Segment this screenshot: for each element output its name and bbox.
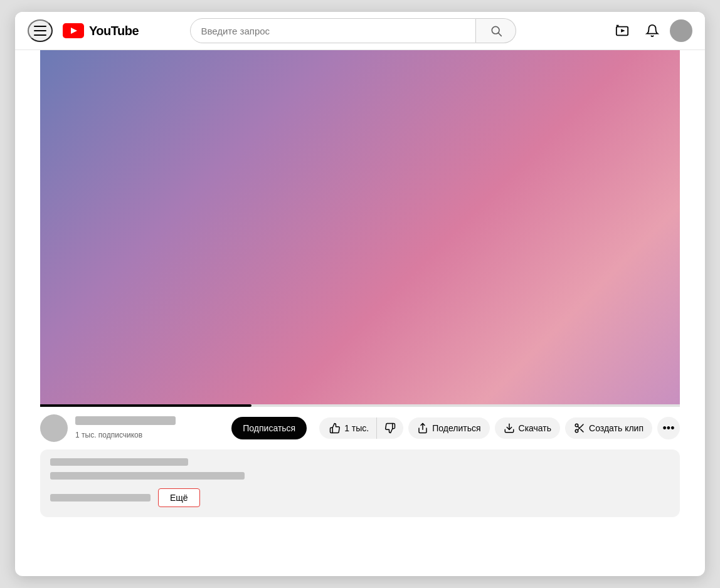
more-dots: •••: [663, 422, 675, 435]
like-count: 1 тыс.: [344, 423, 369, 433]
search-input-wrapper: [190, 18, 476, 43]
video-thumbnail: [40, 50, 680, 404]
channel-info: 1 тыс. подписчиков: [75, 416, 224, 440]
search-icon: [490, 24, 502, 37]
share-label: Поделиться: [432, 423, 480, 433]
bell-icon: [645, 24, 659, 38]
more-description-button[interactable]: Ещё: [158, 488, 200, 507]
more-button[interactable]: •••: [657, 417, 680, 439]
share-icon: [417, 423, 428, 434]
description-line-1: [50, 458, 188, 466]
youtube-header: YouTube: [15, 12, 705, 50]
clip-button[interactable]: Создать клип: [565, 417, 652, 439]
dislike-button[interactable]: [377, 417, 403, 439]
subscribe-button[interactable]: Подписаться: [231, 417, 307, 439]
description-area: Ещё: [40, 449, 680, 517]
youtube-logo-icon: [63, 23, 84, 38]
action-buttons: 1 тыс. Подел: [319, 417, 680, 439]
scissors-icon: [574, 423, 585, 434]
create-button[interactable]: [610, 18, 635, 43]
youtube-logo-text: YouTube: [89, 24, 139, 38]
description-line-2: [50, 472, 245, 480]
notifications-button[interactable]: [640, 18, 665, 43]
avatar[interactable]: [670, 19, 692, 42]
header-actions: [610, 18, 692, 43]
svg-line-3: [499, 33, 502, 36]
create-icon: [615, 24, 629, 38]
search-button[interactable]: [476, 18, 516, 43]
menu-button[interactable]: [28, 19, 53, 42]
search-area: [190, 18, 516, 43]
svg-line-12: [581, 429, 583, 432]
like-button[interactable]: 1 тыс.: [319, 417, 377, 439]
channel-subscribers: 1 тыс. подписчиков: [75, 431, 142, 439]
download-label: Скачать: [519, 423, 552, 433]
svg-line-13: [578, 426, 580, 428]
svg-marker-5: [621, 29, 625, 33]
description-line-3: [50, 494, 151, 501]
video-player[interactable]: [40, 50, 680, 404]
description-bottom: Ещё: [50, 488, 670, 507]
youtube-logo[interactable]: YouTube: [63, 23, 139, 38]
search-input[interactable]: [191, 26, 475, 36]
like-dislike-group: 1 тыс.: [319, 417, 403, 439]
clip-label: Создать клип: [589, 423, 643, 433]
share-button[interactable]: Поделиться: [408, 417, 489, 439]
thumbs-down-icon: [384, 423, 396, 434]
download-icon: [504, 423, 515, 434]
browser-window: YouTube: [15, 12, 705, 576]
main-content: 1 тыс. подписчиков Подписаться 1 тыс.: [15, 50, 705, 576]
video-info-area: 1 тыс. подписчиков Подписаться 1 тыс.: [40, 407, 680, 442]
download-button[interactable]: Скачать: [495, 417, 561, 439]
channel-name-bar: [75, 416, 176, 425]
thumbs-up-icon: [329, 423, 341, 434]
channel-avatar[interactable]: [40, 414, 68, 442]
